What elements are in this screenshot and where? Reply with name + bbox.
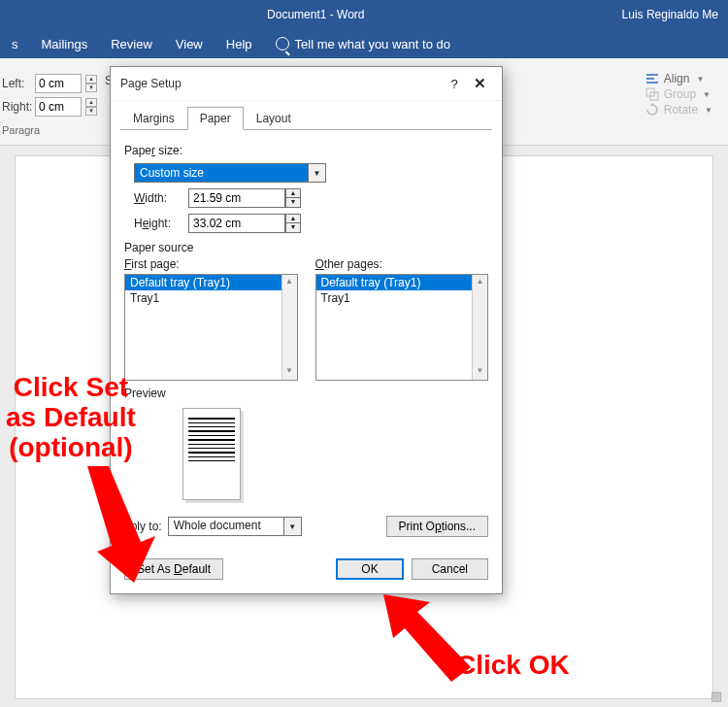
tell-me-label: Tell me what you want to do: [295, 37, 450, 51]
tab-layout[interactable]: Layout: [244, 107, 304, 130]
tab-view[interactable]: View: [164, 29, 215, 58]
align-icon: [645, 72, 659, 85]
chevron-down-icon[interactable]: ▼: [284, 517, 302, 536]
scrollbar[interactable]: ▲ ▼: [281, 275, 297, 380]
chevron-down-icon: ▼: [703, 90, 711, 99]
spin-down-icon[interactable]: ▼: [285, 223, 301, 233]
tell-me-search[interactable]: Tell me what you want to do: [264, 29, 462, 58]
list-item[interactable]: Tray1: [125, 290, 297, 306]
height-label: Height:: [134, 217, 181, 230]
rotate-icon: [645, 103, 659, 117]
height-field[interactable]: [188, 214, 285, 233]
scroll-down-icon[interactable]: ▼: [281, 364, 297, 380]
indent-left-spinner[interactable]: ▲▼: [85, 75, 97, 92]
paper-size-label: Paper size:: [124, 144, 488, 157]
close-button[interactable]: ✕: [467, 75, 492, 92]
status-bar-icon[interactable]: ▥: [711, 689, 722, 703]
width-field[interactable]: [188, 188, 285, 208]
ribbon-tabs: s Mailings Review View Help Tell me what…: [0, 29, 728, 58]
group-icon: [645, 87, 659, 101]
scroll-up-icon[interactable]: ▲: [281, 275, 297, 290]
chevron-down-icon: ▼: [705, 106, 712, 115]
apply-to-label: pply to:: [124, 520, 162, 533]
spin-up-icon[interactable]: ▲: [285, 214, 301, 223]
width-label: Width:: [134, 191, 181, 205]
dialog-title: Page Setup: [120, 77, 442, 90]
scroll-up-icon[interactable]: ▲: [472, 275, 487, 290]
title-bar: Document1 - Word Luis Reginaldo Me: [0, 0, 728, 29]
tab-mailings[interactable]: Mailings: [30, 29, 100, 58]
tab-paper[interactable]: Paper: [187, 107, 244, 130]
preview-section: Preview: [124, 387, 488, 500]
group-label: Group: [664, 87, 696, 101]
chevron-down-icon: ▼: [696, 75, 704, 84]
paper-source-label: Paper source: [124, 241, 488, 254]
indent-left-input[interactable]: [35, 74, 82, 93]
preview-label: Preview: [124, 387, 488, 400]
apply-to-value: Whole document: [168, 517, 284, 536]
align-button[interactable]: Align▼: [645, 72, 712, 85]
ok-button[interactable]: OK: [336, 558, 403, 580]
tab-partial[interactable]: s: [0, 29, 30, 58]
width-input[interactable]: ▲▼: [188, 188, 301, 208]
paragraph-group-label: Paragra: [2, 120, 97, 136]
dialog-title-bar[interactable]: Page Setup ? ✕: [111, 67, 502, 101]
indent-group: Left: ▲▼ Right: ▲▼ Paragra: [0, 64, 97, 145]
set-as-default-button[interactable]: Set As Default: [124, 558, 223, 580]
list-item[interactable]: Default tray (Tray1): [125, 275, 297, 290]
indent-right-spinner[interactable]: ▲▼: [85, 98, 97, 116]
user-name: Luis Reginaldo Me: [622, 8, 718, 21]
spin-up-icon[interactable]: ▲: [285, 188, 301, 198]
first-page-label: First page:: [124, 257, 298, 271]
list-item[interactable]: Tray1: [316, 290, 488, 306]
arrange-group: Align▼ Group▼ Rotate▼: [645, 64, 722, 145]
first-page-listbox[interactable]: Default tray (Tray1) Tray1 ▲ ▼: [124, 274, 298, 381]
spin-down-icon[interactable]: ▼: [285, 198, 301, 208]
svg-rect-2: [646, 82, 658, 84]
print-options-button[interactable]: Print Options...: [386, 516, 488, 537]
paper-size-select[interactable]: Custom size ▼: [134, 163, 326, 183]
document-title: Document1 - Word: [10, 8, 622, 21]
indent-left-label: Left:: [2, 77, 31, 90]
height-input[interactable]: ▲▼: [188, 214, 301, 233]
other-pages-listbox[interactable]: Default tray (Tray1) Tray1 ▲ ▼: [315, 274, 489, 381]
tab-margins[interactable]: Margins: [120, 107, 187, 130]
group-button: Group▼: [645, 87, 712, 101]
page-setup-dialog: Page Setup ? ✕ Margins Paper Layout Pape…: [110, 66, 503, 594]
scrollbar[interactable]: ▲ ▼: [472, 275, 487, 380]
svg-rect-0: [646, 74, 658, 76]
cancel-button[interactable]: Cancel: [412, 558, 488, 580]
scroll-down-icon[interactable]: ▼: [472, 364, 487, 380]
tab-review[interactable]: Review: [99, 29, 164, 58]
svg-rect-1: [646, 78, 654, 80]
tab-help[interactable]: Help: [215, 29, 264, 58]
lightbulb-icon: [276, 37, 289, 50]
other-pages-label: Other pages:: [315, 257, 489, 271]
dialog-tabs: Margins Paper Layout: [120, 107, 492, 130]
align-label: Align: [664, 72, 690, 85]
help-button[interactable]: ?: [442, 77, 467, 91]
rotate-button: Rotate▼: [645, 103, 712, 117]
indent-right-label: Right:: [2, 100, 31, 114]
apply-to-select[interactable]: Whole document ▼: [168, 517, 302, 536]
preview-page: [182, 408, 241, 500]
rotate-label: Rotate: [664, 103, 698, 117]
paper-size-value: Custom size: [134, 163, 309, 183]
indent-right-input[interactable]: [35, 97, 82, 117]
list-item[interactable]: Default tray (Tray1): [316, 275, 488, 290]
chevron-down-icon[interactable]: ▼: [309, 163, 326, 183]
